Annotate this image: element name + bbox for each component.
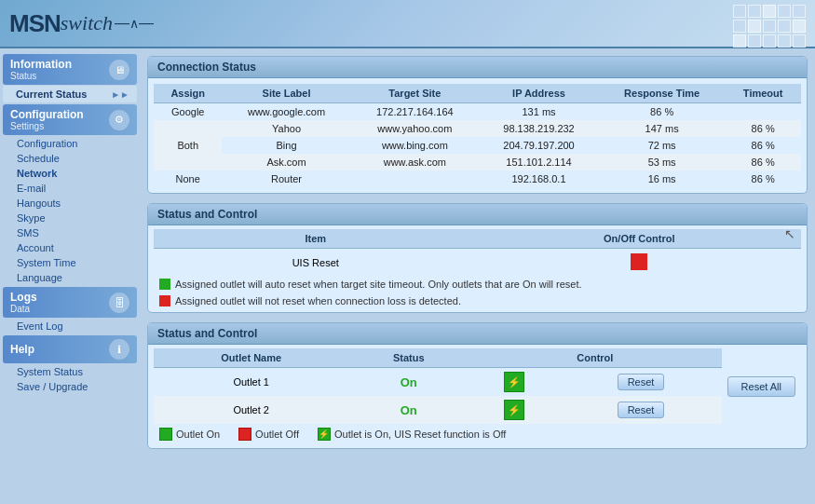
ip-address-cell: 172.217.164.164 [351,103,479,121]
current-status-row[interactable]: Current Status ►► [3,86,137,102]
uis-col-item: Item [154,229,478,249]
site-label-cell: Yahoo [222,120,350,137]
sidebar-item-event-log[interactable]: Event Log [0,319,140,334]
status-control-outlets-body: Outlet Name Status Control Outlet 1 On ⚡… [148,345,807,448]
legend-green-text: Assigned outlet will auto reset when tar… [175,279,582,290]
sidebar: Information Status 🖥 Current Status ►► C… [0,48,140,504]
outlet-status-cell: On [348,368,469,397]
sidebar-item-sms[interactable]: SMS [0,225,140,240]
status-control-uis-title: Status and Control [148,204,807,225]
outlet-off-legend-text: Outlet Off [255,429,299,440]
outlet-reset-cell: Reset [561,368,722,397]
legend-outlet-on: Outlet On [159,428,220,441]
response-time-cell: 131 ms [479,103,599,121]
sidebar-item-system-time[interactable]: System Time [0,255,140,270]
legend-red-text: Assigned outlet will not reset when conn… [175,295,461,306]
sidebar-configuration-title: Configuration [10,108,105,121]
connection-status-table: Assign Site Label Target Site IP Address… [154,84,801,187]
sidebar-item-network[interactable]: Network [0,166,140,181]
status-control-outlets-title: Status and Control [148,323,807,345]
sidebar-item-skype[interactable]: Skype [0,211,140,225]
uis-table: Item On/Off Control UIS Reset [154,229,801,277]
response-time-cell: 147 ms [599,120,725,137]
sidebar-item-account[interactable]: Account [0,240,140,255]
sidebar-item-system-status[interactable]: System Status [0,364,140,379]
sidebar-configuration-subtitle: Settings [10,121,105,131]
ip-address-cell: 98.138.219.232 [479,120,599,137]
connection-status-body: Assign Site Label Target Site IP Address… [148,78,807,193]
database-icon: 🗄 [109,293,129,313]
sidebar-logs-subtitle: Data [10,304,105,314]
assign-cell: None [154,170,222,187]
outlet-reset-button[interactable]: Reset [618,402,665,418]
info-icon: ℹ [109,339,129,360]
response-time-cell: 72 ms [599,137,725,154]
assign-cell: Both [154,120,222,170]
outlet-status-icon: ⚡ [504,400,524,420]
sidebar-section-logs: Logs Data 🗄 Event Log [0,287,140,334]
sidebar-header-configuration[interactable]: Configuration Settings ⚙ [3,104,137,135]
outlet-status-icon: ⚡ [504,372,524,392]
outlet-on-legend-icon [159,428,172,441]
content-area: Connection Status Assign Site Label Targ… [140,48,815,504]
table-row: None Router 192.168.0.1 16 ms 86 % [154,170,801,187]
table-row: Outlet 2 On ⚡ Reset [154,396,722,424]
target-site-cell [351,170,479,187]
sidebar-item-language[interactable]: Language [0,270,140,285]
response-time-cell: 16 ms [599,170,725,187]
timeout-cell: 86 % [725,170,801,187]
col-site-label: Site Label [222,84,350,103]
outlets-table: Outlet Name Status Control Outlet 1 On ⚡… [154,348,722,424]
sidebar-item-save-upgrade[interactable]: Save / Upgrade [0,379,140,394]
sidebar-header-information[interactable]: Information Status 🖥 [3,54,137,85]
sidebar-section-configuration: Configuration Settings ⚙ Configuration S… [0,104,140,285]
outlet-reset-cell: Reset [561,396,722,424]
outlets-table-wrapper: Outlet Name Status Control Outlet 1 On ⚡… [154,348,801,424]
red-legend-icon [159,295,170,306]
header: MSN switch —∧— [0,0,815,48]
forward-arrows: ►► [111,89,129,100]
connection-status-title: Connection Status [148,57,807,78]
sidebar-item-email[interactable]: E-mail [0,181,140,196]
monitor-icon: 🖥 [109,60,129,80]
header-grid [733,5,806,48]
outlet-icon-cell: ⚡ [469,368,560,397]
outlet-icon-cell: ⚡ [469,396,560,424]
status-control-outlets-panel: Status and Control Outlet Name Status Co… [147,322,808,449]
outlet-off-legend-icon [238,428,251,441]
legend-outlet-off: Outlet Off [238,428,299,441]
uis-col-control: On/Off Control [478,229,802,249]
reset-all-button[interactable]: Reset All [727,376,795,397]
connection-status-panel: Connection Status Assign Site Label Targ… [147,56,808,194]
table-row: Google www.google.com 172.217.164.164 13… [154,103,801,121]
ip-address-cell: 151.101.2.114 [479,154,599,170]
table-row: Outlet 1 On ⚡ Reset [154,368,722,397]
sidebar-item-hangouts[interactable]: Hangouts [0,196,140,211]
sidebar-header-logs[interactable]: Logs Data 🗄 [3,287,137,318]
outlet-col-name: Outlet Name [154,348,348,368]
outlet-reset-button[interactable]: Reset [618,374,665,390]
target-site-cell: www.ask.com [351,154,479,170]
timeout-cell: 86 % [725,120,801,137]
green-legend-icon [159,279,170,290]
sidebar-item-configuration[interactable]: Configuration [0,136,140,151]
uis-reset-toggle[interactable] [631,253,647,270]
sidebar-item-schedule[interactable]: Schedule [0,151,140,166]
sidebar-header-help[interactable]: Help ℹ [3,335,137,363]
legend-outlet-uis-off: ⚡ Outlet is On, UIS Reset function is Of… [318,428,506,441]
outlet-name-cell: Outlet 2 [154,396,348,424]
response-time-cell: 53 ms [599,154,725,170]
outlet-uis-off-legend-text: Outlet is On, UIS Reset function is Off [334,429,506,440]
table-row: Both Yahoo www.yahoo.com 98.138.219.232 … [154,120,801,137]
reset-all-wrapper: Reset All [722,348,801,397]
timeout-cell: 86 % [725,154,801,170]
ip-address-cell: 192.168.0.1 [479,170,599,187]
legend-row-green: Assigned outlet will auto reset when tar… [154,277,801,292]
col-response-time: Response Time [599,84,725,103]
current-status-label: Current Status [16,89,111,100]
target-site-cell: www.bing.com [351,137,479,154]
outlet-status-cell: On [348,396,469,424]
table-row: UIS Reset [154,249,801,278]
outlet-uis-off-legend-icon: ⚡ [318,428,331,441]
status-control-uis-body: Item On/Off Control UIS Reset [148,225,807,312]
